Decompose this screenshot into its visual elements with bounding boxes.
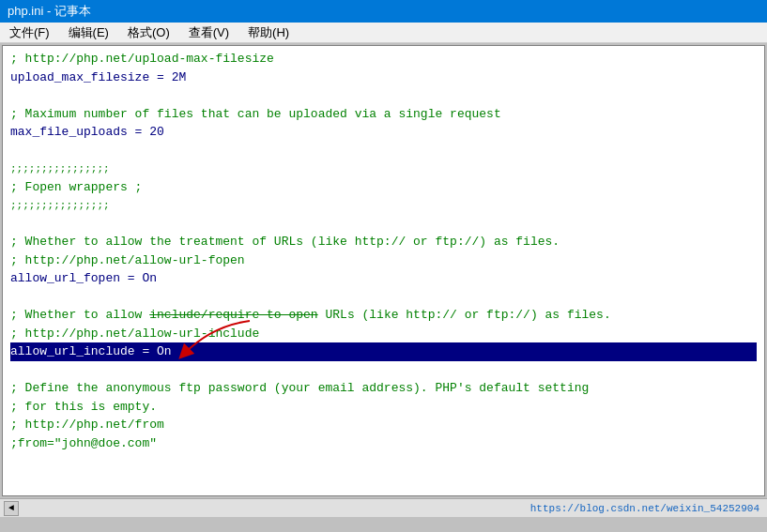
line-13: allow_url_fopen = On: [10, 271, 157, 285]
menu-edit[interactable]: 编辑(E): [63, 23, 115, 42]
editor-area[interactable]: ; http://php.net/upload-max-filesize upl…: [2, 45, 765, 496]
status-bar: ◄ https://blog.csdn.net/weixin_54252904: [0, 498, 767, 517]
window-title: php.ini - 记事本: [8, 3, 91, 20]
menu-view[interactable]: 查看(V): [183, 23, 235, 42]
line-14: [10, 290, 18, 304]
title-bar: php.ini - 记事本: [0, 0, 767, 23]
line-11: ; Whether to allow the treatment of URLs…: [10, 235, 560, 249]
line-17-highlight: allow_url_include = On: [10, 342, 757, 361]
line-9: ;;;;;;;;;;;;;;;;: [10, 200, 110, 211]
line-16: ; http://php.net/allow-url-include: [10, 327, 259, 341]
line-15: ; Whether to allow include/require to op…: [10, 308, 611, 322]
line-3: [10, 88, 18, 102]
line-2: upload_max_filesize = 2M: [10, 70, 186, 84]
menu-format[interactable]: 格式(O): [122, 23, 176, 42]
line-22: ;from="john@doe.com": [10, 436, 157, 450]
scroll-left-button[interactable]: ◄: [4, 501, 19, 516]
line-6: [10, 144, 18, 158]
line-21: ; http://php.net/from: [10, 418, 164, 432]
line-18: [10, 363, 18, 377]
highlighted-line-container: allow_url_include = On: [10, 342, 757, 361]
line-10: [10, 217, 18, 231]
line-8: ; Fopen wrappers ;: [10, 180, 142, 194]
menu-help[interactable]: 帮助(H): [242, 23, 295, 42]
line-20: ; for this is empty.: [10, 400, 157, 414]
line-19: ; Define the anonymous ftp password (you…: [10, 381, 589, 395]
line-1: ; http://php.net/upload-max-filesize: [10, 52, 274, 66]
line-12: ; http://php.net/allow-url-fopen: [10, 253, 245, 267]
line-4: ; Maximum number of files that can be up…: [10, 107, 501, 121]
line-7: ;;;;;;;;;;;;;;;;: [10, 163, 110, 175]
line-5: max_file_uploads = 20: [10, 125, 164, 139]
status-url: https://blog.csdn.net/weixin_54252904: [530, 503, 759, 514]
menu-file[interactable]: 文件(F): [4, 23, 55, 42]
menu-bar: 文件(F) 编辑(E) 格式(O) 查看(V) 帮助(H): [0, 23, 767, 43]
